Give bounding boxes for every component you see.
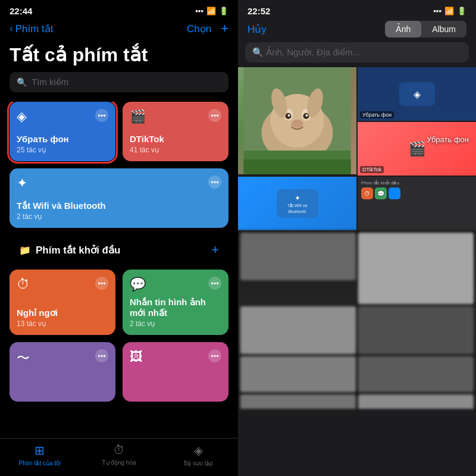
wifi-icon-right: 📶 xyxy=(444,7,454,15)
shortcut-ubrat-fon[interactable]: ◈ ••• Убрать фон 25 tác vụ xyxy=(10,102,115,161)
shortcuts-mini-preview: Phím tắt khởi đầu ⏱ 💬 xyxy=(358,177,476,230)
thumb-ubrat-fon[interactable]: ◈ Убрать фон xyxy=(358,67,476,121)
card-top-4: ⏱ ••• xyxy=(17,277,108,292)
shortcut-pink[interactable]: 🖼 ••• xyxy=(123,342,228,402)
thumb-tat-wifi[interactable]: ✦ Tắt Wifi và Bluetooth xyxy=(238,177,356,230)
left-panel: 22:44 ▪▪▪ 📶 🔋 ‹ Phím tắt Chọn + Tất cả p… xyxy=(0,0,238,476)
nav-bar-left: ‹ Phím tắt Chọn + xyxy=(0,18,238,41)
tab-automation[interactable]: ⏱ Tự động hóa xyxy=(79,443,158,466)
blurred-section xyxy=(238,230,476,409)
card-top-3: ✦ ••• xyxy=(17,176,221,191)
battery-icon: 🔋 xyxy=(219,7,228,15)
photo-nav: Hủy Ảnh Album xyxy=(238,18,476,42)
tab-photos[interactable]: Ảnh xyxy=(385,21,422,37)
card-tasks-2: 41 tác vụ xyxy=(130,146,221,154)
search-bar-left[interactable]: 🔍 Tìm kiếm xyxy=(10,72,228,92)
more-button-dtiktok[interactable]: ••• xyxy=(208,109,221,122)
card-top-7: 🖼 ••• xyxy=(130,349,221,365)
mini-icon-layers: ◈ xyxy=(414,89,421,100)
mini-card-ubrat: ◈ xyxy=(399,82,435,106)
status-bar-left: 22:44 ▪▪▪ 📶 🔋 xyxy=(0,0,238,18)
blur-item-5 xyxy=(240,356,356,392)
add-button[interactable]: + xyxy=(221,21,228,36)
back-label: Phím tắt xyxy=(15,23,54,35)
back-button[interactable]: ‹ Phím tắt xyxy=(10,23,54,35)
tab-label-automation: Tự động hóa xyxy=(102,459,136,466)
card-name: Убрать фон xyxy=(17,134,108,145)
tab-bar: ⊞ Phím tắt của tôi ⏱ Tự động hóa ◈ Bộ sư… xyxy=(0,438,238,476)
mini-dots-row: ⏱ 💬 xyxy=(361,187,472,199)
more-button-purple[interactable]: ••• xyxy=(95,349,108,362)
thumb-dtiktok[interactable]: 🎬 DTikTok xyxy=(358,122,476,176)
blur-item-4 xyxy=(358,306,474,354)
status-icons-left: ▪▪▪ 📶 🔋 xyxy=(195,7,228,15)
card-tasks-5: 2 tác vụ xyxy=(130,320,221,328)
card-icon-wifi: ✦ xyxy=(17,176,27,191)
section-header: 📁 Phím tắt khởi đầu + xyxy=(10,235,228,262)
card-bottom: Убрать фон 25 tác vụ xyxy=(17,134,108,154)
dot-blue xyxy=(389,187,400,199)
tab-icon-gallery: ◈ xyxy=(194,443,203,458)
tab-label-gallery: Bộ sưu tập xyxy=(184,460,213,466)
card-icon-timer: ⏱ xyxy=(17,277,30,292)
shortcut-tat-wifi[interactable]: ✦ ••• Tắt Wifi và Bluetooth 2 tác vụ xyxy=(10,168,228,228)
photo-search-placeholder: 🔍 Ảnh, Người, Địa điểm... xyxy=(252,47,360,58)
section-row-2: 〜 ••• 🖼 ••• xyxy=(10,342,228,402)
shortcuts-row-2: ✦ ••• Tắt Wifi và Bluetooth 2 tác vụ xyxy=(10,168,228,228)
svg-point-7 xyxy=(288,114,290,117)
thumb-shortcuts-section[interactable]: Phím tắt khởi đầu ⏱ 💬 xyxy=(358,177,476,230)
tab-albums[interactable]: Album xyxy=(421,21,466,37)
tab-icon-automation: ⏱ xyxy=(113,443,125,457)
card-icon-layers: ◈ xyxy=(17,109,27,124)
card-icon-message: 💬 xyxy=(130,277,146,292)
photo-search-bar[interactable]: 🔍 Ảnh, Người, Địa điểm... xyxy=(245,42,469,62)
more-button-ubrat[interactable]: ••• xyxy=(95,109,108,122)
tiktok-icon: 🎬 xyxy=(408,140,426,157)
middle-row: ✦ Tắt Wifi và Bluetooth Phím tắt khởi đầ… xyxy=(238,177,476,230)
card-bottom-4: Nghỉ ngơi 13 tác vụ xyxy=(17,308,108,328)
search-icon: 🔍 xyxy=(17,77,27,87)
shortcut-nghi-ngoi[interactable]: ⏱ ••• Nghỉ ngơi 13 tác vụ xyxy=(10,270,115,335)
back-chevron: ‹ xyxy=(10,23,13,35)
shortcut-dtiktok[interactable]: 🎬 ••• DTikTok 41 tác vụ xyxy=(123,102,228,161)
svg-rect-13 xyxy=(244,159,351,174)
blur-item-7 xyxy=(240,394,356,409)
card-tasks: 25 tác vụ xyxy=(17,146,108,154)
card-tasks-3: 2 tác vụ xyxy=(17,212,221,221)
card-name-5: Nhắn tin hình ảnh mới nhất xyxy=(130,297,221,318)
blur-item-3 xyxy=(240,306,356,354)
section-row-1: ⏱ ••• Nghỉ ngơi 13 tác vụ 💬 ••• Nhắn tin… xyxy=(10,270,228,335)
dot-green: 💬 xyxy=(375,187,387,199)
shortcuts-row-1: ◈ ••• Убрать фон 25 tác vụ 🎬 ••• DTikTok… xyxy=(10,102,228,161)
section-add-button[interactable]: + xyxy=(211,242,219,258)
card-bottom-2: DTikTok 41 tác vụ xyxy=(130,134,221,154)
more-button-wifi[interactable]: ••• xyxy=(208,176,221,189)
tab-icon-shortcuts: ⊞ xyxy=(35,443,45,458)
choose-button[interactable]: Chọn xyxy=(187,23,211,35)
card-name-3: Tắt Wifi và Bluetooth xyxy=(17,201,221,211)
phim-tat-label: Phím tắt khởi đầu xyxy=(361,180,472,186)
photo-quokka[interactable] xyxy=(238,67,356,174)
shortcut-purple[interactable]: 〜 ••• xyxy=(10,342,115,402)
more-button-pink[interactable]: ••• xyxy=(208,349,221,362)
nav-actions: Chọn + xyxy=(187,21,228,36)
card-tasks-4: 13 tác vụ xyxy=(17,320,108,328)
shortcut-nhan-tin[interactable]: 💬 ••• Nhắn tin hình ảnh mới nhất 2 tác v… xyxy=(123,270,228,335)
tab-my-shortcuts[interactable]: ⊞ Phím tắt của tôi xyxy=(0,443,79,466)
more-button-nhan[interactable]: ••• xyxy=(208,277,221,290)
status-icons-right: ▪▪▪ 📶 🔋 xyxy=(433,7,466,15)
cancel-button[interactable]: Hủy xyxy=(248,23,267,36)
shortcuts-grid: ◈ ••• Убрать фон 25 tác vụ 🎬 ••• DTikTok… xyxy=(0,102,238,438)
card-bottom-5: Nhắn tin hình ảnh mới nhất 2 tác vụ xyxy=(130,297,221,328)
card-top: ◈ ••• xyxy=(17,109,108,124)
tab-gallery[interactable]: ◈ Bộ sưu tập xyxy=(159,443,238,466)
card-top-5: 💬 ••• xyxy=(130,277,221,292)
card-icon-image: 🖼 xyxy=(130,349,143,365)
photo-grid-top: ◈ Убрать фон 🎬 DTikTok xyxy=(238,67,476,176)
card-name-4: Nghỉ ngơi xyxy=(17,308,108,318)
card-top-2: 🎬 ••• xyxy=(130,109,221,124)
more-button-nghi[interactable]: ••• xyxy=(95,277,108,290)
dot-orange: ⏱ xyxy=(361,187,373,199)
folder-icon: 📁 xyxy=(19,245,31,256)
blurred-content xyxy=(238,230,476,409)
